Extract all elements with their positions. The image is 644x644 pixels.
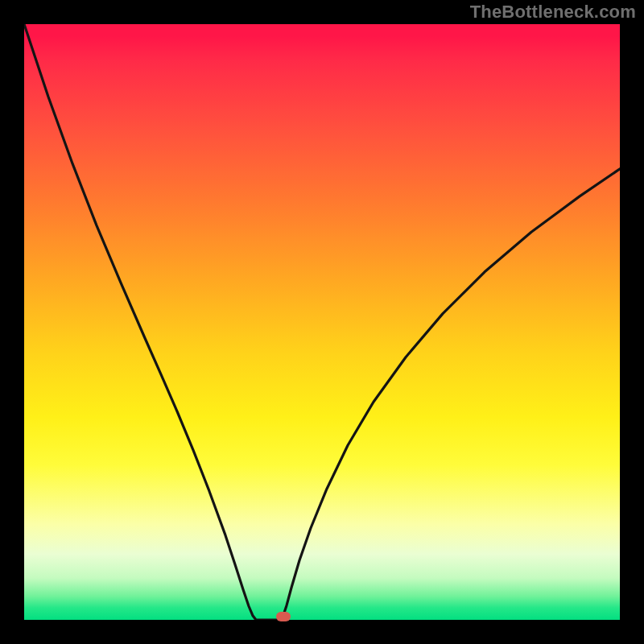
plot-area xyxy=(24,24,620,620)
bottleneck-curve xyxy=(24,24,620,620)
optimal-point-marker xyxy=(276,612,291,621)
watermark-text: TheBottleneck.com xyxy=(470,3,636,21)
chart-frame: TheBottleneck.com xyxy=(0,0,644,644)
